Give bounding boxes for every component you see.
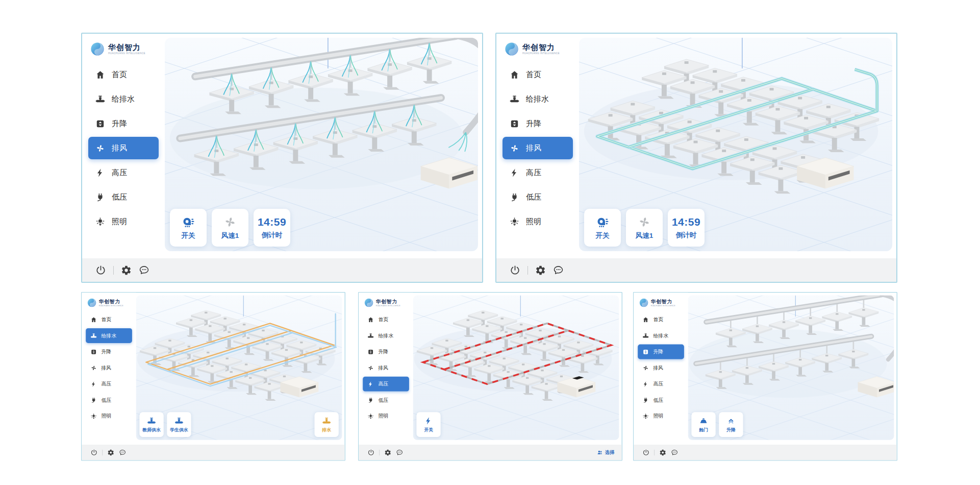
gear-icon[interactable] [384,449,391,456]
sidebar-item-lighting[interactable]: 照明 [86,409,132,424]
sidebar-item-high-voltage[interactable]: 高压 [88,161,159,184]
sidebar-item-home[interactable]: 首页 [363,312,409,327]
sidebar-item-water-supply[interactable]: 给排水 [638,328,684,343]
sidebar-item-home[interactable]: 首页 [88,63,159,86]
sidebar-item-lighting[interactable]: 照明 [502,210,573,233]
lightning-icon [95,168,105,178]
fan-icon [642,365,648,371]
scene-viewport-exhaust-loop[interactable]: 开关 风速1 14:59 倒计时 [579,38,892,251]
home-icon [90,317,96,323]
gear-icon[interactable] [535,265,546,276]
gear-icon[interactable] [659,449,666,456]
lift-button[interactable]: 升降 [719,412,743,437]
brand-name: 华创智力 [99,299,123,305]
power-switch-button[interactable]: 开关 [584,209,621,247]
sidebar-item-high-voltage[interactable]: 高压 [638,377,684,392]
sidebar-item-water-supply[interactable]: 给排水 [86,328,132,343]
lift-icon [510,119,519,129]
sidebar-item-low-voltage[interactable]: 低压 [88,186,159,208]
drain-button[interactable]: 排水 [314,412,338,437]
chat-icon[interactable] [139,265,149,276]
sidebar-item-high-voltage[interactable]: 高压 [86,377,132,392]
hatch-button[interactable]: 舱门 [691,412,715,437]
power-icon[interactable] [90,449,97,456]
sidebar-item-lighting[interactable]: 照明 [88,210,159,233]
chat-icon[interactable] [671,449,678,456]
countdown-timer[interactable]: 14:59 倒计时 [668,209,705,247]
sidebar-item-low-voltage[interactable]: 低压 [638,393,684,407]
sidebar-item-low-voltage[interactable]: 低压 [86,393,132,407]
chat-icon[interactable] [396,449,403,456]
power-switch-button[interactable]: 开关 [170,209,207,247]
brand-subtitle: HUACHUANG INTELLIGENCE [108,52,145,55]
sidebar-item-high-voltage[interactable]: 高压 [502,161,573,184]
sidebar-item-home[interactable]: 首页 [638,312,684,327]
sidebar-item-low-voltage[interactable]: 低压 [363,393,409,407]
sidebar-item-water-supply[interactable]: 给排水 [502,88,573,110]
sidebar-item-exhaust[interactable]: 排风 [86,360,132,375]
sidebar-item-lift[interactable]: 升降 [86,345,132,359]
sidebar-item-label: 排风 [378,365,388,371]
scene-viewport-lift-ducts[interactable]: 舱门 升降 [688,296,894,440]
teacher-supply-button[interactable]: 教师供水 [139,412,163,437]
sidebar-item-label: 高压 [526,168,541,178]
gear-icon[interactable] [121,265,132,276]
dashboard-stage: 华创智力 HUACHUANG INTELLIGENCE 首页 给排水 升降 排风… [0,0,980,485]
scene-viewport-exhaust-streams[interactable]: 开关 风速1 14:59 倒计时 [165,38,478,251]
sidebar-item-lighting[interactable]: 照明 [638,409,684,424]
brand-logo-icon [364,298,373,307]
power-icon[interactable] [95,265,106,276]
valve-icon [95,94,105,104]
sidebar-item-lift[interactable]: 升降 [502,112,573,135]
brand-subtitle: HUACHUANG INTELLIGENCE [522,52,560,55]
student-supply-button[interactable]: 学生供水 [167,412,191,437]
chat-icon[interactable] [553,265,564,276]
sidebar-item-lighting[interactable]: 照明 [363,409,409,424]
lamp-icon [95,217,105,227]
countdown-timer[interactable]: 14:59 倒计时 [254,209,290,247]
select-action[interactable]: 选择 [597,449,614,455]
fan-speed-button[interactable]: 风速1 [626,209,663,247]
sidebar-item-lift[interactable]: 升降 [638,345,684,359]
fan-speed-button[interactable]: 风速1 [212,209,248,247]
plug-icon [95,192,105,202]
sidebar-item-water-supply[interactable]: 给排水 [88,88,159,110]
lamp-icon [367,413,373,419]
sidebar-item-exhaust[interactable]: 排风 [363,360,409,375]
home-icon [510,70,519,80]
sidebar-item-low-voltage[interactable]: 低压 [502,186,573,208]
lift-panel: 华创智力 HUACHUANG INTELLIGENCE 首页 给排水 升降 排风… [633,292,897,461]
power-icon[interactable] [642,449,649,456]
scene-viewport-voltage-loop[interactable]: 开关 [413,296,619,440]
sidebar-item-home[interactable]: 首页 [86,312,132,327]
power-icon[interactable] [367,449,374,456]
power-icon[interactable] [510,265,520,276]
fan-icon [90,365,96,371]
brand-subtitle: HUACHUANG INTELLIGENCE [99,305,123,306]
high-voltage-panel: 华创智力 HUACHUANG INTELLIGENCE 首页 给排水 升降 排风… [358,292,622,461]
scene-viewport-water-loop[interactable]: 教师供水 学生供水 排水 [136,296,342,440]
brand-name: 华创智力 [108,43,145,52]
sidebar: 华创智力 HUACHUANG INTELLIGENCE 首页 给排水 升降 排风… [82,34,165,258]
sidebar-item-lift[interactable]: 升降 [88,112,159,135]
sidebar: 华创智力 HUACHUANG INTELLIGENCE 首页 给排水 升降 排风… [496,34,579,258]
sidebar-item-label: 升降 [101,349,111,355]
sidebar-item-label: 照明 [526,217,541,227]
sidebar-item-exhaust[interactable]: 排风 [502,137,573,159]
sidebar-item-home[interactable]: 首页 [502,63,573,86]
chat-icon[interactable] [119,449,126,456]
gear-icon[interactable] [107,449,114,456]
sidebar-item-lift[interactable]: 升降 [363,345,409,359]
hv-switch-button[interactable]: 开关 [416,412,440,437]
lamp-icon [510,217,519,227]
sidebar-item-exhaust[interactable]: 排风 [88,137,159,159]
sidebar-item-high-voltage[interactable]: 高压 [363,377,409,392]
scene-controls: 舱门 升降 [691,412,743,437]
valve-icon [367,332,373,338]
sidebar-item-water-supply[interactable]: 给排水 [363,328,409,343]
footer-bar: 选择 [359,445,621,460]
sidebar-item-exhaust[interactable]: 排风 [638,360,684,375]
sidebar-item-label: 升降 [378,349,388,355]
lift-icon [90,349,96,355]
sidebar-item-label: 低压 [378,397,388,403]
